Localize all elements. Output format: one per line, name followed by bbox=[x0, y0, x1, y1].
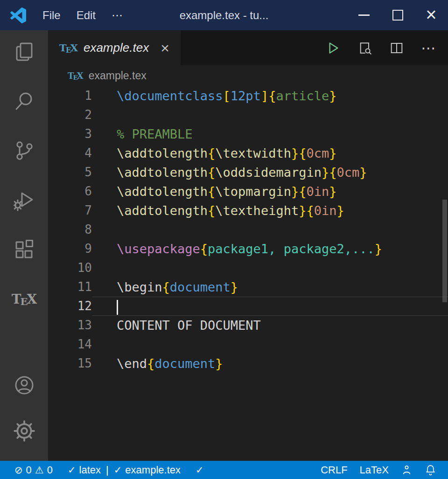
line-number[interactable]: 7 bbox=[48, 201, 92, 220]
line-content[interactable]: \addtolength{\textheight}{0in} bbox=[92, 201, 448, 220]
source-control-icon[interactable] bbox=[13, 139, 35, 162]
warnings-count: 0 bbox=[47, 464, 53, 476]
code-line-7[interactable]: 7\addtolength{\textheight}{0in} bbox=[48, 201, 448, 220]
line-content[interactable] bbox=[92, 335, 448, 354]
code-token: } bbox=[215, 356, 223, 371]
code-token: { bbox=[200, 242, 208, 256]
main-area: TEX bbox=[0, 30, 448, 461]
code-area: 1\documentclass[12pt]{article}23% PREAMB… bbox=[48, 86, 448, 373]
code-token: \addtolength bbox=[117, 146, 208, 160]
code-line-6[interactable]: 6\addtolength{\topmargin}{0in} bbox=[48, 182, 448, 201]
linter-status[interactable]: ✓ latex bbox=[63, 464, 105, 476]
code-token: } bbox=[375, 242, 382, 256]
code-line-14[interactable]: 14 bbox=[48, 335, 448, 354]
tex-file-icon: TEX bbox=[59, 42, 77, 54]
line-content[interactable]: \addtolength{\oddsidemargin}{0cm} bbox=[92, 163, 448, 182]
code-line-15[interactable]: 15\end{document} bbox=[48, 354, 448, 373]
line-content[interactable]: \usepackage{package1, package2,...} bbox=[92, 239, 448, 258]
tab-close-icon[interactable]: × bbox=[161, 41, 169, 56]
file-check-status[interactable]: ✓ example.tex bbox=[110, 464, 185, 476]
explorer-icon[interactable] bbox=[13, 41, 35, 63]
activity-bar-top: TEX bbox=[13, 41, 35, 310]
code-token: \textheight bbox=[215, 203, 299, 218]
language-mode[interactable]: LaTeX bbox=[356, 464, 393, 476]
view-pdf-button[interactable] bbox=[357, 41, 372, 56]
code-token: 0in bbox=[306, 184, 329, 199]
vscode-window: File Edit ⋯ example.tex - tu... × bbox=[0, 0, 448, 479]
code-line-4[interactable]: 4\addtolength{\textwidth}{0cm} bbox=[48, 144, 448, 163]
code-line-12[interactable]: 12 bbox=[48, 297, 448, 316]
close-window-button[interactable]: × bbox=[414, 0, 448, 30]
line-content[interactable]: \addtolength{\textwidth}{0cm} bbox=[92, 144, 448, 163]
build-status[interactable]: ✓ bbox=[191, 465, 208, 475]
line-content[interactable] bbox=[92, 105, 448, 125]
latex-workshop-icon[interactable]: TEX bbox=[13, 288, 35, 310]
extensions-icon[interactable] bbox=[13, 238, 35, 261]
tab-example-tex[interactable]: TEX example.tex × bbox=[48, 30, 181, 65]
code-token: \textwidth bbox=[215, 146, 291, 160]
breadcrumb-file[interactable]: example.tex bbox=[89, 69, 147, 82]
line-number[interactable]: 3 bbox=[48, 125, 92, 144]
menu-edit[interactable]: Edit bbox=[69, 9, 104, 22]
code-token: { bbox=[147, 356, 154, 371]
split-editor-button[interactable] bbox=[389, 41, 404, 56]
line-content[interactable] bbox=[92, 258, 448, 278]
run-debug-icon[interactable] bbox=[13, 189, 35, 211]
code-line-1[interactable]: 1\documentclass[12pt]{article} bbox=[48, 86, 448, 105]
maximize-button[interactable] bbox=[381, 0, 414, 30]
menu-file[interactable]: File bbox=[35, 9, 69, 22]
line-number[interactable]: 8 bbox=[48, 220, 92, 239]
settings-gear-icon[interactable] bbox=[13, 420, 35, 442]
code-token: } bbox=[291, 146, 299, 160]
line-content[interactable]: \end{document} bbox=[92, 354, 448, 373]
line-number[interactable]: 6 bbox=[48, 182, 92, 201]
notifications-bell-icon[interactable] bbox=[420, 464, 441, 476]
line-content[interactable]: \begin{document} bbox=[92, 278, 448, 297]
line-number[interactable]: 12 bbox=[48, 297, 92, 316]
line-number[interactable]: 5 bbox=[48, 163, 92, 182]
line-content[interactable]: \addtolength{\topmargin}{0in} bbox=[92, 182, 448, 201]
code-token: \oddsidemargin bbox=[215, 165, 322, 180]
eol-indicator[interactable]: CRLF bbox=[316, 464, 351, 476]
code-line-10[interactable]: 10 bbox=[48, 258, 448, 278]
minimize-icon bbox=[358, 14, 370, 16]
code-token: } bbox=[291, 184, 299, 199]
more-actions-button[interactable]: ⋯ bbox=[421, 41, 436, 56]
check-icon: ✓ bbox=[114, 465, 122, 475]
code-token: \usepackage bbox=[117, 242, 200, 256]
code-line-11[interactable]: 11\begin{document} bbox=[48, 278, 448, 297]
line-content[interactable]: \documentclass[12pt]{article} bbox=[92, 86, 448, 105]
code-token: { bbox=[208, 165, 215, 180]
code-line-2[interactable]: 2 bbox=[48, 105, 448, 125]
line-content[interactable] bbox=[92, 220, 448, 239]
line-number[interactable]: 4 bbox=[48, 144, 92, 163]
vertical-scrollbar[interactable] bbox=[442, 200, 447, 302]
minimize-button[interactable] bbox=[347, 0, 381, 30]
search-icon[interactable] bbox=[13, 90, 35, 112]
line-number[interactable]: 13 bbox=[48, 316, 92, 335]
menu-more-button[interactable]: ⋯ bbox=[104, 9, 131, 22]
code-token: } bbox=[336, 203, 344, 218]
line-number[interactable]: 11 bbox=[48, 278, 92, 297]
problems-status[interactable]: ⊘ 0 ⚠ 0 bbox=[10, 464, 57, 476]
code-line-8[interactable]: 8 bbox=[48, 220, 448, 239]
code-line-5[interactable]: 5\addtolength{\oddsidemargin}{0cm} bbox=[48, 163, 448, 182]
feedback-person-icon[interactable] bbox=[397, 464, 417, 476]
line-content[interactable]: CONTENT OF DOCUMENT bbox=[92, 316, 448, 335]
build-latex-button[interactable] bbox=[326, 41, 341, 56]
line-number[interactable]: 15 bbox=[48, 354, 92, 373]
account-icon[interactable] bbox=[13, 374, 35, 396]
code-line-3[interactable]: 3% PREAMBLE bbox=[48, 125, 448, 144]
line-number[interactable]: 9 bbox=[48, 239, 92, 258]
code-line-13[interactable]: 13CONTENT OF DOCUMENT bbox=[48, 316, 448, 335]
code-token: \end bbox=[117, 356, 147, 371]
line-content[interactable] bbox=[92, 297, 448, 316]
line-number[interactable]: 14 bbox=[48, 335, 92, 354]
code-token: { bbox=[162, 280, 170, 294]
code-token: 0cm bbox=[306, 146, 329, 160]
line-number[interactable]: 2 bbox=[48, 105, 92, 125]
line-content[interactable]: % PREAMBLE bbox=[92, 125, 448, 144]
line-number[interactable]: 1 bbox=[48, 86, 92, 105]
code-line-9[interactable]: 9\usepackage{package1, package2,...} bbox=[48, 239, 448, 258]
line-number[interactable]: 10 bbox=[48, 258, 92, 278]
